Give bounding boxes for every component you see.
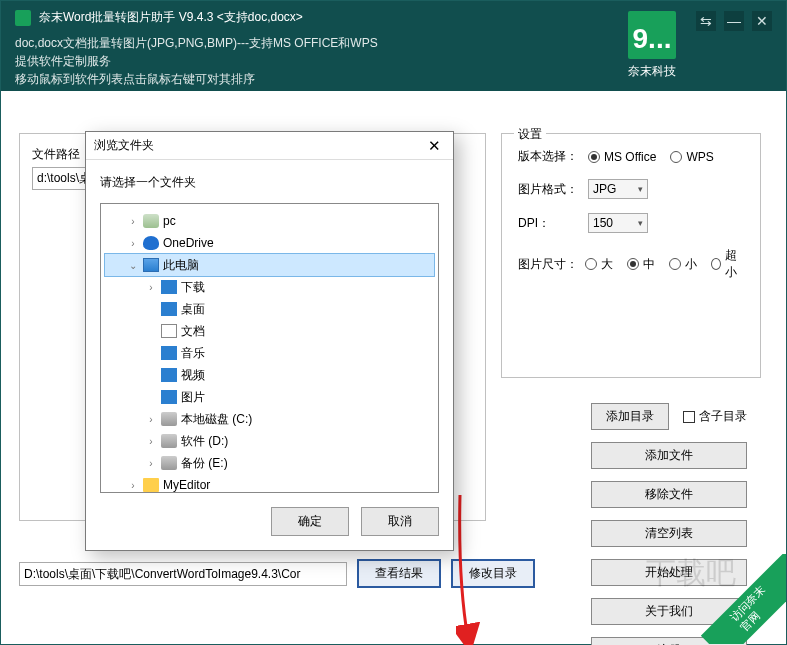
close-button[interactable]: ✕ bbox=[752, 11, 772, 31]
desk-icon bbox=[161, 302, 177, 316]
radio-size-small[interactable]: 小 bbox=[669, 256, 697, 273]
dl-icon bbox=[161, 280, 177, 294]
folder-icon bbox=[143, 478, 159, 492]
brand-text: 奈末科技 bbox=[628, 63, 676, 80]
tree-item[interactable]: ›pc bbox=[105, 210, 434, 232]
tree-item[interactable]: 音乐 bbox=[105, 342, 434, 364]
view-result-button[interactable]: 查看结果 bbox=[357, 559, 441, 588]
expander-icon[interactable]: › bbox=[127, 480, 139, 491]
expander-icon[interactable]: › bbox=[127, 238, 139, 249]
tree-item[interactable]: 视频 bbox=[105, 364, 434, 386]
settings-panel: 设置 版本选择： MS Office WPS 图片格式： JPG▾ DPI： 1… bbox=[501, 133, 761, 378]
disk-icon bbox=[161, 456, 177, 470]
dpi-label: DPI： bbox=[518, 215, 588, 232]
expander-icon[interactable]: › bbox=[145, 458, 157, 469]
tree-item-label: 文档 bbox=[181, 323, 205, 340]
tree-item-label: 此电脑 bbox=[163, 257, 199, 274]
dialog-cancel-button[interactable]: 取消 bbox=[361, 507, 439, 536]
tree-item-label: 软件 (D:) bbox=[181, 433, 228, 450]
titlebar: 奈末Word批量转图片助手 V9.4.3 <支持doc,docx> doc,do… bbox=[1, 1, 786, 91]
settings-legend: 设置 bbox=[514, 126, 546, 143]
app-title: 奈末Word批量转图片助手 V9.4.3 <支持doc,docx> bbox=[39, 9, 303, 26]
tree-item-label: 图片 bbox=[181, 389, 205, 406]
tree-item[interactable]: ›下载 bbox=[105, 276, 434, 298]
radio-size-xsmall[interactable]: 超小 bbox=[711, 247, 744, 281]
disk-icon bbox=[161, 434, 177, 448]
tree-item-label: 视频 bbox=[181, 367, 205, 384]
minimize-button[interactable]: — bbox=[724, 11, 744, 31]
version-label: 版本选择： bbox=[518, 148, 588, 165]
corner-ribbon[interactable]: 访问奈末官网 bbox=[696, 554, 786, 644]
dialog-prompt: 请选择一个文件夹 bbox=[100, 174, 439, 191]
dpi-select[interactable]: 150▾ bbox=[588, 213, 648, 233]
format-label: 图片格式： bbox=[518, 181, 588, 198]
tree-item-label: 备份 (E:) bbox=[181, 455, 228, 472]
bottom-bar: D:\tools\桌面\下载吧\ConvertWordToImage9.4.3\… bbox=[19, 559, 535, 588]
output-path-input[interactable]: D:\tools\桌面\下载吧\ConvertWordToImage9.4.3\… bbox=[19, 562, 347, 586]
tree-item-label: MyEditor bbox=[163, 478, 210, 492]
folder-tree[interactable]: ›pc›OneDrive⌄此电脑›下载桌面文档音乐视频图片›本地磁盘 (C:)›… bbox=[100, 203, 439, 493]
music-icon bbox=[161, 346, 177, 360]
dialog-close-button[interactable]: ✕ bbox=[424, 137, 445, 155]
clear-list-button[interactable]: 清空列表 bbox=[591, 520, 747, 547]
add-file-button[interactable]: 添加文件 bbox=[591, 442, 747, 469]
doc-icon bbox=[161, 324, 177, 338]
cloud-icon bbox=[143, 236, 159, 250]
expander-icon[interactable]: › bbox=[127, 216, 139, 227]
chevron-down-icon: ▾ bbox=[638, 184, 643, 194]
pc-icon bbox=[143, 258, 159, 272]
expander-icon[interactable]: ⌄ bbox=[127, 260, 139, 271]
radio-ms-office[interactable]: MS Office bbox=[588, 150, 656, 164]
radio-size-large[interactable]: 大 bbox=[585, 256, 613, 273]
include-subdir-checkbox[interactable]: 含子目录 bbox=[683, 408, 747, 425]
browse-folder-dialog: 浏览文件夹 ✕ 请选择一个文件夹 ›pc›OneDrive⌄此电脑›下载桌面文档… bbox=[85, 131, 454, 551]
app-logo-icon bbox=[15, 10, 31, 26]
change-dir-button[interactable]: 修改目录 bbox=[451, 559, 535, 588]
dialog-ok-button[interactable]: 确定 bbox=[271, 507, 349, 536]
brand-block: 9... 奈末科技 bbox=[628, 11, 676, 80]
expander-icon[interactable]: › bbox=[145, 436, 157, 447]
tree-item[interactable]: ›本地磁盘 (C:) bbox=[105, 408, 434, 430]
tree-item-label: OneDrive bbox=[163, 236, 214, 250]
user-icon bbox=[143, 214, 159, 228]
img-icon bbox=[161, 390, 177, 404]
tree-item[interactable]: 文档 bbox=[105, 320, 434, 342]
add-dir-button[interactable]: 添加目录 bbox=[591, 403, 669, 430]
tree-item-label: pc bbox=[163, 214, 176, 228]
expander-icon[interactable]: › bbox=[145, 282, 157, 293]
tree-item[interactable]: 图片 bbox=[105, 386, 434, 408]
pin-button[interactable]: ⇆ bbox=[696, 11, 716, 31]
tree-item[interactable]: ›MyEditor bbox=[105, 474, 434, 493]
radio-wps[interactable]: WPS bbox=[670, 150, 713, 164]
video-icon bbox=[161, 368, 177, 382]
tree-item[interactable]: 桌面 bbox=[105, 298, 434, 320]
tree-item-label: 音乐 bbox=[181, 345, 205, 362]
chevron-down-icon: ▾ bbox=[638, 218, 643, 228]
tree-item[interactable]: ⌄此电脑 bbox=[105, 254, 434, 276]
dialog-title: 浏览文件夹 bbox=[94, 137, 154, 154]
tree-item[interactable]: ›OneDrive bbox=[105, 232, 434, 254]
brand-logo-icon: 9... bbox=[628, 11, 676, 59]
format-select[interactable]: JPG▾ bbox=[588, 179, 648, 199]
disk-icon bbox=[161, 412, 177, 426]
tree-item-label: 下载 bbox=[181, 279, 205, 296]
size-label: 图片尺寸： bbox=[518, 256, 585, 273]
expander-icon[interactable]: › bbox=[145, 414, 157, 425]
radio-size-medium[interactable]: 中 bbox=[627, 256, 655, 273]
remove-file-button[interactable]: 移除文件 bbox=[591, 481, 747, 508]
tree-item[interactable]: ›软件 (D:) bbox=[105, 430, 434, 452]
tree-item-label: 本地磁盘 (C:) bbox=[181, 411, 252, 428]
tree-item[interactable]: ›备份 (E:) bbox=[105, 452, 434, 474]
main-window: 奈末Word批量转图片助手 V9.4.3 <支持doc,docx> doc,do… bbox=[0, 0, 787, 645]
tree-item-label: 桌面 bbox=[181, 301, 205, 318]
